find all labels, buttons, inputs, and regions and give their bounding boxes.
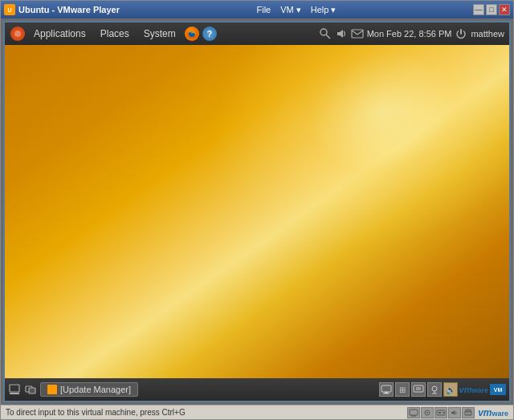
ubuntu-logo-icon <box>10 27 25 41</box>
window-icon[interactable] <box>24 383 37 396</box>
svg-rect-11 <box>29 388 35 393</box>
system-menu[interactable]: System <box>137 26 182 42</box>
help-icon[interactable]: ? <box>202 26 218 42</box>
vmware-status-logo: vmware <box>478 407 508 418</box>
usb-status-icon[interactable] <box>421 407 434 418</box>
volume-icon[interactable] <box>335 27 348 40</box>
power-icon[interactable] <box>455 27 467 40</box>
svg-rect-21 <box>410 410 418 415</box>
svg-rect-33 <box>466 414 471 415</box>
user-label[interactable]: matthew <box>471 29 504 39</box>
vmware-title-controls: — □ ✕ <box>473 4 510 15</box>
ubuntu-desktop[interactable] <box>5 45 509 378</box>
ubuntu-window: Applications Places System <box>3 21 511 402</box>
vmware-title-left: U Ubuntu - VMware Player <box>4 4 120 15</box>
firefox-icon[interactable] <box>184 26 200 42</box>
tray-icon-3[interactable] <box>411 382 426 397</box>
applications-menu[interactable]: Applications <box>27 26 92 42</box>
vmware-app-icon: U <box>4 4 15 15</box>
ubuntu-logo[interactable] <box>10 26 26 42</box>
svg-rect-15 <box>414 385 423 392</box>
svg-point-29 <box>443 412 444 414</box>
svg-line-5 <box>326 35 330 39</box>
sound-status-icon[interactable] <box>448 407 461 418</box>
help-icon-shape: ? <box>202 27 217 41</box>
svg-rect-9 <box>10 393 19 394</box>
menu-help[interactable]: Help ▾ <box>306 3 341 17</box>
menu-vm[interactable]: VM ▾ <box>275 3 306 17</box>
svg-marker-6 <box>337 30 343 38</box>
menu-file[interactable]: File <box>251 3 275 17</box>
svg-point-26 <box>426 412 428 414</box>
search-icon[interactable] <box>319 27 332 40</box>
tray-icon-5[interactable]: 🔈 <box>443 382 458 397</box>
svg-point-18 <box>432 386 437 391</box>
mail-icon[interactable] <box>351 27 364 40</box>
ubuntu-panel-right: Mon Feb 22, 8:56 PM matthew <box>319 27 504 40</box>
printer-status-icon[interactable] <box>462 407 475 418</box>
vmware-inline-menus: File VM ▾ Help ▾ <box>251 3 341 17</box>
vmware-vm-badge: VM <box>490 384 506 395</box>
update-manager-icon <box>47 385 57 394</box>
maximize-button[interactable]: □ <box>486 4 497 15</box>
tray-icon-1[interactable] <box>379 382 394 397</box>
minimize-button[interactable]: — <box>473 4 484 15</box>
svg-text:U: U <box>7 7 11 13</box>
vmware-statusbar: To direct input to this virtual machine,… <box>1 405 513 419</box>
firefox-icon-shape <box>185 27 199 41</box>
system-tray: ⊞ 🔈 <box>379 382 506 397</box>
close-button[interactable]: ✕ <box>499 4 510 15</box>
vmware-title-text: Ubuntu - VMware Player <box>18 5 120 14</box>
svg-rect-7 <box>352 30 363 38</box>
ubuntu-top-panel: Applications Places System <box>5 22 509 45</box>
statusbar-right: vmware <box>407 407 508 418</box>
vmware-titlebar: U Ubuntu - VMware Player File VM ▾ Help … <box>1 1 513 18</box>
clock-display: Mon Feb 22, 8:56 PM <box>367 29 452 39</box>
tray-icon-2[interactable]: ⊞ <box>395 382 410 397</box>
tray-icon-4[interactable] <box>427 382 442 397</box>
ubuntu-outer-frame: Applications Places System <box>1 18 513 405</box>
svg-rect-12 <box>381 385 391 392</box>
svg-rect-8 <box>10 385 19 392</box>
svg-rect-28 <box>439 412 441 414</box>
svg-point-4 <box>320 29 327 35</box>
ubuntu-panel-left: Applications Places System <box>10 26 218 42</box>
update-manager-label: [Update Manager] <box>60 385 131 394</box>
svg-marker-30 <box>451 410 455 415</box>
status-icons <box>407 407 475 418</box>
hd-status-icon[interactable] <box>434 407 447 418</box>
update-manager-taskbar[interactable]: [Update Manager] <box>40 382 138 397</box>
show-desktop-icon[interactable] <box>8 383 21 396</box>
status-message: To direct input to this virtual machine,… <box>6 408 186 417</box>
ubuntu-bottom-panel: [Update Manager] ⊞ <box>5 378 509 401</box>
places-menu[interactable]: Places <box>94 26 136 42</box>
vmware-window: U Ubuntu - VMware Player File VM ▾ Help … <box>0 0 514 420</box>
network-status-icon[interactable] <box>407 407 420 418</box>
vmware-logo: vmware <box>459 385 488 394</box>
